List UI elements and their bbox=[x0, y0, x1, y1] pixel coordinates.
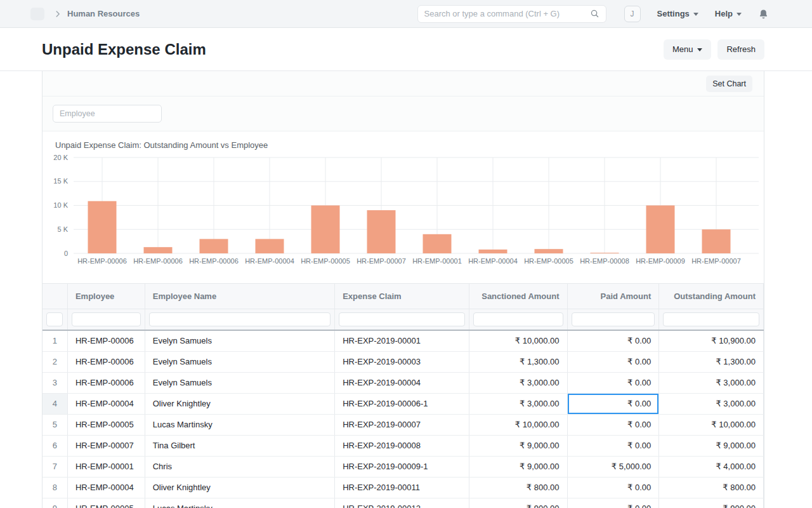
column-filter-input-sanctioned-amount[interactable] bbox=[473, 312, 563, 326]
cell-paid[interactable]: ₹ 0.00 bbox=[568, 498, 660, 508]
cell-employee[interactable]: HR-EMP-00004 bbox=[68, 394, 145, 414]
selected-cell-paid[interactable]: ₹ 0.00 bbox=[568, 394, 660, 414]
cell-claim[interactable]: HR-EXP-2019-00006-1 bbox=[335, 394, 469, 414]
column-header-sanctioned-amount[interactable]: Sanctioned Amount bbox=[469, 284, 568, 309]
set-chart-button[interactable]: Set Chart bbox=[706, 76, 752, 92]
column-header-paid-amount[interactable]: Paid Amount bbox=[568, 284, 660, 309]
cell-outstanding[interactable]: ₹ 1,300.00 bbox=[659, 352, 764, 372]
column-filter-input-employee[interactable] bbox=[72, 312, 141, 326]
cell-sanctioned[interactable]: ₹ 9,000.00 bbox=[469, 457, 568, 477]
bar-HR-EMP-00006[interactable] bbox=[144, 247, 173, 253]
cell-employee[interactable]: HR-EMP-00005 bbox=[68, 415, 145, 435]
cell-paid[interactable]: ₹ 0.00 bbox=[568, 331, 660, 351]
cell-name[interactable]: Oliver Knightley bbox=[145, 394, 335, 414]
bar-chart[interactable]: 20 K15 K10 K5 K0HR-EMP-00006HR-EMP-00006… bbox=[43, 152, 764, 279]
cell-employee[interactable]: HR-EMP-00007 bbox=[68, 436, 145, 456]
column-header-employee[interactable]: Employee bbox=[68, 284, 145, 309]
cell-claim[interactable]: HR-EXP-2019-00011 bbox=[335, 478, 469, 498]
row-number-cell[interactable]: 5 bbox=[43, 415, 68, 435]
search-input[interactable] bbox=[424, 9, 590, 18]
cell-outstanding[interactable]: ₹ 3,000.00 bbox=[659, 394, 764, 414]
breadcrumb[interactable]: Human Resources bbox=[67, 9, 140, 18]
cell-name[interactable]: Oliver Knightley bbox=[145, 478, 335, 498]
cell-claim[interactable]: HR-EXP-2019-00012 bbox=[335, 498, 469, 508]
row-number-cell[interactable]: 9 bbox=[43, 498, 68, 508]
cell-sanctioned[interactable]: ₹ 800.00 bbox=[469, 478, 568, 498]
cell-claim[interactable]: HR-EXP-2019-00007 bbox=[335, 415, 469, 435]
cell-paid[interactable]: ₹ 0.00 bbox=[568, 352, 660, 372]
row-number-cell[interactable]: 1 bbox=[43, 331, 68, 351]
bar-HR-EMP-00007[interactable] bbox=[367, 210, 396, 253]
cell-claim[interactable]: HR-EXP-2019-00003 bbox=[335, 352, 469, 372]
column-filter-input-expense-claim[interactable] bbox=[339, 312, 465, 326]
cell-sanctioned[interactable]: ₹ 10,000.00 bbox=[469, 331, 568, 351]
cell-name[interactable]: Lucas Martinsky bbox=[145, 415, 335, 435]
cell-claim[interactable]: HR-EXP-2019-00009-1 bbox=[335, 457, 469, 477]
cell-paid[interactable]: ₹ 5,000.00 bbox=[568, 457, 660, 477]
cell-sanctioned[interactable]: ₹ 3,000.00 bbox=[469, 394, 568, 414]
settings-menu[interactable]: Settings bbox=[657, 9, 698, 18]
column-filter-input-index[interactable] bbox=[46, 312, 63, 326]
column-filter-input-employee-name[interactable] bbox=[149, 312, 331, 326]
cell-paid[interactable]: ₹ 0.00 bbox=[568, 436, 660, 456]
refresh-button[interactable]: Refresh bbox=[717, 39, 764, 60]
bar-HR-EMP-00001[interactable] bbox=[423, 234, 452, 253]
employee-filter-input[interactable] bbox=[53, 105, 162, 123]
cell-employee[interactable]: HR-EMP-00004 bbox=[68, 478, 145, 498]
search-icon[interactable] bbox=[590, 9, 599, 18]
cell-claim[interactable]: HR-EXP-2019-00004 bbox=[335, 373, 469, 393]
row-number-cell[interactable]: 3 bbox=[43, 373, 68, 393]
cell-outstanding[interactable]: ₹ 800.00 bbox=[659, 478, 764, 498]
global-search[interactable] bbox=[417, 5, 606, 23]
cell-name[interactable]: Tina Gilbert bbox=[145, 436, 335, 456]
cell-outstanding[interactable]: ₹ 900.00 bbox=[659, 498, 764, 508]
avatar[interactable]: J bbox=[624, 6, 641, 22]
bar-HR-EMP-00005[interactable] bbox=[311, 206, 340, 254]
menu-button[interactable]: Menu bbox=[664, 39, 712, 60]
cell-employee[interactable]: HR-EMP-00006 bbox=[68, 373, 145, 393]
cell-outstanding[interactable]: ₹ 9,000.00 bbox=[659, 436, 764, 456]
cell-paid[interactable]: ₹ 0.00 bbox=[568, 373, 660, 393]
column-filter-input-paid-amount[interactable] bbox=[572, 312, 655, 326]
cell-name[interactable]: Lucas Martinsky bbox=[145, 498, 335, 508]
cell-outstanding[interactable]: ₹ 3,000.00 bbox=[659, 373, 764, 393]
cell-employee[interactable]: HR-EMP-00005 bbox=[68, 498, 145, 508]
cell-outstanding[interactable]: ₹ 4,000.00 bbox=[659, 457, 764, 477]
row-number-cell[interactable]: 7 bbox=[43, 457, 68, 477]
cell-sanctioned[interactable]: ₹ 9,000.00 bbox=[469, 436, 568, 456]
cell-claim[interactable]: HR-EXP-2019-00001 bbox=[335, 331, 469, 351]
bar-HR-EMP-00008[interactable] bbox=[591, 253, 619, 253]
cell-employee[interactable]: HR-EMP-00006 bbox=[68, 331, 145, 351]
cell-sanctioned[interactable]: ₹ 1,300.00 bbox=[469, 352, 568, 372]
column-header-index[interactable] bbox=[43, 284, 68, 309]
bar-HR-EMP-00004[interactable] bbox=[256, 239, 284, 253]
cell-name[interactable]: Evelyn Samuels bbox=[145, 352, 335, 372]
cell-name[interactable]: Chris bbox=[145, 457, 335, 477]
column-header-expense-claim[interactable]: Expense Claim bbox=[335, 284, 469, 309]
notifications-bell-icon[interactable] bbox=[758, 8, 769, 19]
cell-paid[interactable]: ₹ 0.00 bbox=[568, 478, 660, 498]
bar-HR-EMP-00006[interactable] bbox=[200, 239, 228, 253]
row-number-cell[interactable]: 8 bbox=[43, 478, 68, 498]
row-number-cell[interactable]: 4 bbox=[43, 394, 68, 414]
bar-HR-EMP-00007[interactable] bbox=[702, 229, 731, 253]
column-filter-input-outstanding-amount[interactable] bbox=[663, 312, 759, 326]
column-header-employee-name[interactable]: Employee Name bbox=[145, 284, 335, 309]
cell-outstanding[interactable]: ₹ 10,900.00 bbox=[659, 331, 764, 351]
app-logo[interactable] bbox=[30, 8, 44, 20]
cell-name[interactable]: Evelyn Samuels bbox=[145, 373, 335, 393]
cell-name[interactable]: Evelyn Samuels bbox=[145, 331, 335, 351]
bar-HR-EMP-00005[interactable] bbox=[535, 249, 563, 253]
bar-HR-EMP-00006[interactable] bbox=[88, 201, 117, 253]
cell-sanctioned[interactable]: ₹ 3,000.00 bbox=[469, 373, 568, 393]
cell-outstanding[interactable]: ₹ 10,000.00 bbox=[659, 415, 764, 435]
cell-employee[interactable]: HR-EMP-00001 bbox=[68, 457, 145, 477]
help-menu[interactable]: Help bbox=[715, 9, 742, 18]
cell-sanctioned[interactable]: ₹ 900.00 bbox=[469, 498, 568, 508]
column-header-outstanding-amount[interactable]: Outstanding Amount bbox=[659, 284, 764, 309]
bar-HR-EMP-00004[interactable] bbox=[479, 250, 508, 253]
bar-HR-EMP-00009[interactable] bbox=[646, 206, 675, 254]
row-number-cell[interactable]: 2 bbox=[43, 352, 68, 372]
cell-claim[interactable]: HR-EXP-2019-00008 bbox=[335, 436, 469, 456]
cell-employee[interactable]: HR-EMP-00006 bbox=[68, 352, 145, 372]
